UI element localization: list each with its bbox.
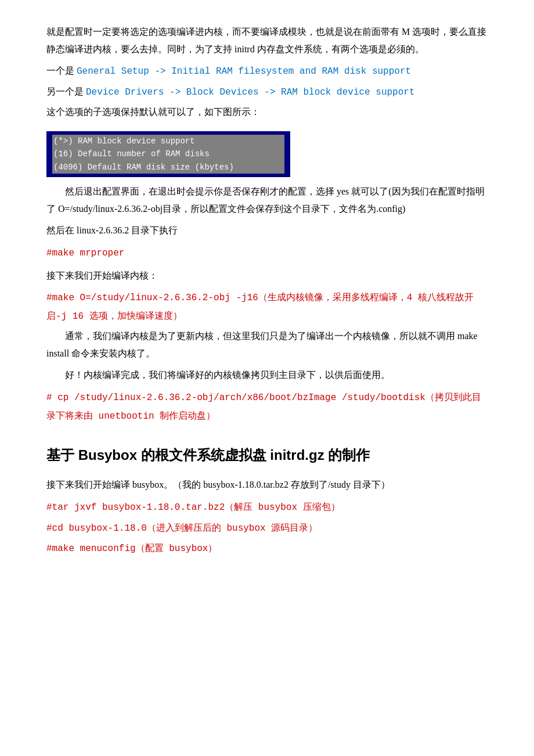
path1-line: 一个是 General Setup -> Initial RAM filesys…	[46, 62, 488, 81]
cmd-cd-comment: （进入到解压后的 busybox 源码目录）	[147, 523, 317, 534]
terminal-line1: (*>) RAM block device support	[52, 135, 284, 147]
cmd-tar: #tar jxvf busybox-1.18.0.tar.bz2	[46, 502, 225, 513]
cmd-mrproper: #make mrproper	[46, 248, 124, 258]
cmd-menuconfig: #make menuconfig	[46, 543, 136, 554]
path2-line: 另一个是 Device Drivers -> Block Devices -> …	[46, 83, 488, 102]
cmd-menuconfig-line: #make menuconfig（配置 busybox）	[46, 539, 488, 558]
exec-para: 然后在 linux-2.6.36.2 目录下执行	[46, 222, 488, 239]
default-note: 这个选项的子选项保持默认就可以了，如下图所示：	[46, 103, 488, 121]
cmd-mrproper-line: #make mrproper	[46, 244, 488, 262]
terminal-line2: (16) Default number of RAM disks	[52, 147, 284, 160]
article-content: 就是配置时一定要将选定的选项编译进内核，而不要编译成模块，也就是说在前面带有 M…	[46, 23, 488, 558]
section-heading: 基于 Busybox 的根文件系统虚拟盘 initrd.gz 的制作	[46, 442, 488, 467]
cmd-make-line: #make O=/study/linux-2.6.36.2-obj -j16（生…	[46, 289, 488, 325]
path2-code: Device Drivers -> Block Devices -> RAM b…	[86, 87, 415, 98]
busybox-intro: 接下来我们开始编译 busybox。（我的 busybox-1.18.0.tar…	[46, 476, 488, 494]
cmd-cd-line: #cd busybox-1.18.0（进入到解压后的 busybox 源码目录）	[46, 519, 488, 538]
path1-code: General Setup -> Initial RAM filesystem …	[77, 66, 411, 77]
cmd-cd: #cd busybox-1.18.0	[46, 523, 147, 534]
path2-prefix: 另一个是	[46, 87, 86, 96]
cmd-tar-line: #tar jxvf busybox-1.18.0.tar.bz2（解压 busy…	[46, 498, 488, 517]
cmd-tar-comment: （解压 busybox 压缩包）	[225, 502, 340, 513]
cmd-menuconfig-comment: （配置 busybox）	[136, 543, 218, 554]
intro-paragraph: 就是配置时一定要将选定的选项编译进内核，而不要编译成模块，也就是说在前面带有 M…	[46, 23, 488, 57]
terminal-line3: (4096) Default RAM disk size (kbytes)	[52, 161, 284, 174]
exit-paragraph: 然后退出配置界面，在退出时会提示你是否保存刚才的配置，选择 yes 就可以了(因…	[46, 183, 488, 217]
compile-note2: 好！内核编译完成，我们将编译好的内核镜像拷贝到主目录下，以供后面使用。	[46, 366, 488, 384]
path1-prefix: 一个是	[46, 66, 77, 75]
cmd-make: #make O=/study/linux-2.6.36.2-obj -j16	[46, 293, 258, 303]
cmd-cp: # cp /study/linux-2.6.36.2-obj/arch/x86/…	[46, 393, 425, 403]
cmd-cp-line: # cp /study/linux-2.6.36.2-obj/arch/x86/…	[46, 388, 488, 425]
compile-para: 接下来我们开始编译内核：	[46, 267, 488, 285]
terminal-screenshot: (*>) RAM block device support (16) Defau…	[46, 131, 290, 177]
compile-note1: 通常，我们编译内核是为了更新内核，但这里我们只是为了编译出一个内核镜像，所以就不…	[46, 327, 488, 362]
